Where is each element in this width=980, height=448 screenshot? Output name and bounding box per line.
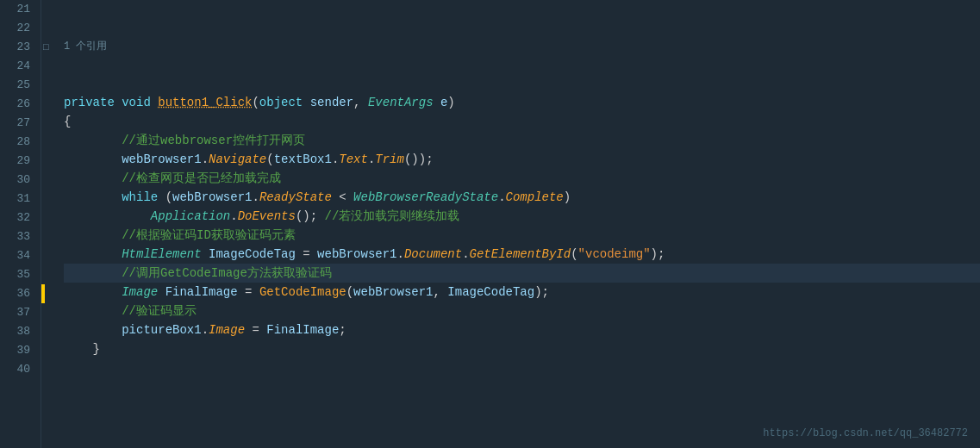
gutter: □ [41,0,57,448]
code-line-23: { [64,112,980,131]
ln-26: 26 [7,95,30,114]
ln-31: 31 [7,190,30,208]
ln-39: 39 [7,341,30,360]
ln-21: 21 [7,0,30,19]
code-line-30: //根据验证码ID获取验证码元素 [64,226,980,245]
line-numbers: 21 22 23 24 25 26 27 28 29 30 31 32 33 3… [0,0,41,448]
ln-30: 30 [7,171,30,190]
watermark: https://blog.csdn.net/qq_36482772 [763,427,968,439]
ln-37: 37 [7,303,30,322]
code-line-31: HtmlElement ImageCodeTag = webBrowser1.D… [64,245,980,264]
ln-35: 35 [7,265,30,284]
code-line-33: //调用GetCodeImage方法获取验证码 [64,264,980,283]
code-line-28: Application.DoEvents(); //若没加载完则继续加载 [64,207,980,226]
code-line-39: } [64,339,980,358]
code-line-22: private void button1_Click(object sender… [64,93,980,112]
code-area: 1 个引用 private void button1_Click(object … [57,0,980,448]
ln-23: 23 [7,38,30,57]
ln-29: 29 [7,152,30,171]
code-line-37: //验证码显示 [64,302,980,320]
ln-22: 22 [7,19,30,38]
code-line-25: webBrowser1.Navigate(textBox1.Text.Trim(… [64,150,980,169]
ln-25: 25 [7,76,30,95]
code-line-26: //检查网页是否已经加载完成 [64,169,980,188]
ln-38: 38 [7,322,30,341]
ln-36: 36 [7,284,30,303]
code-line-24: //通过webbrowser控件打开网页 [64,131,980,150]
code-line-38: pictureBox1.Image = FinalImage; [64,320,980,339]
active-line-indicator [41,284,45,303]
code-editor: 21 22 23 24 25 26 27 28 29 30 31 32 33 3… [0,0,980,448]
collapse-icon[interactable]: □ [43,38,49,57]
ln-40: 40 [7,360,30,379]
code-line-34: Image FinalImage = GetCodeImage(webBrows… [64,283,980,302]
ln-32: 32 [7,208,30,227]
ln-33: 33 [7,227,30,246]
ln-34: 34 [7,246,30,265]
ln-28: 28 [7,133,30,152]
ref-hint: 1 个引用 [64,38,980,55]
ln-24: 24 [7,57,30,76]
code-line-27: while (webBrowser1.ReadyState < WebBrows… [64,188,980,207]
code-line-21: 1 个引用 [64,0,980,93]
ln-27: 27 [7,114,30,133]
